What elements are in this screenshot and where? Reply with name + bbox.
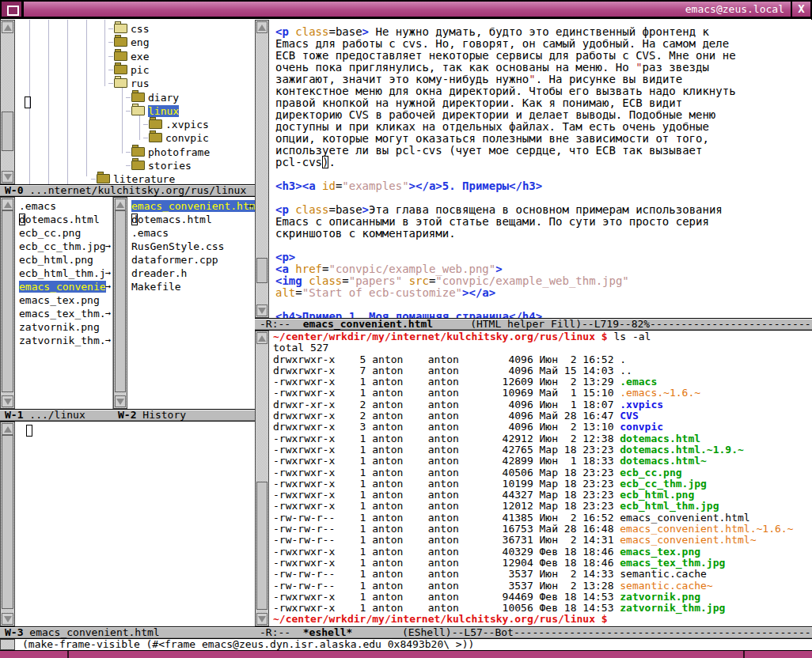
scrollbar-thumb[interactable] (2, 210, 13, 392)
scroll-up-icon[interactable] (2, 21, 13, 33)
sources-scrollbar[interactable] (0, 197, 15, 409)
folder-icon (131, 106, 145, 115)
w3-scrollbar[interactable] (0, 422, 15, 626)
code-line: скриншотов с комментариями. (275, 228, 736, 240)
scroll-up-icon[interactable] (256, 21, 268, 33)
truncation-arrow-icon: → (105, 281, 111, 293)
tree-item[interactable]: photoframe (126, 146, 210, 159)
eshell-line: drwxrwxr-x 3 anton anton 4096 Июн 2 13:1… (273, 422, 793, 433)
list-item[interactable]: ecb_html.png (19, 254, 112, 267)
scrollbar-thumb[interactable] (256, 482, 268, 610)
tree-item[interactable]: css (108, 23, 149, 36)
history-window[interactable]: emacs_convenient.htm→dotemacs.html.emacs… (127, 197, 255, 409)
tree-item[interactable]: exe (108, 51, 149, 63)
scroll-down-icon[interactable] (2, 171, 13, 183)
eshell-line: -rwxrwxr-x 1 anton anton 42912 Июн 2 12:… (273, 433, 793, 444)
list-item[interactable]: emacs_tex_thm.→ (19, 308, 112, 320)
folder-icon (114, 65, 127, 74)
list-item[interactable]: ecb_html_thm.j→ (19, 267, 112, 280)
eshell-scrollbar[interactable] (255, 331, 269, 626)
eshell-line: -rwxrwxr-x 1 anton anton 42899 Июн 1 18:… (273, 456, 793, 467)
tree-guide-line (122, 86, 123, 153)
tree-item-label: literature (113, 173, 175, 184)
list-item[interactable]: emacs_tex.png (19, 294, 112, 307)
folder-icon (131, 161, 145, 170)
list-item[interactable]: RusGenStyle.css (131, 240, 255, 253)
file-name: ecb_cc.png (620, 467, 681, 478)
minibuffer[interactable]: (make-frame-visible (#<frame emacs@zeus.… (0, 639, 812, 650)
scrollbar-thumb[interactable] (256, 258, 268, 283)
scroll-down-icon[interactable] (256, 613, 268, 625)
emacs-frame: emacs@zeus.local X cssengexepicrusdiaryl… (0, 0, 812, 658)
directories-scrollbar[interactable] (0, 20, 15, 184)
list-item[interactable]: zatvornik_thm.→ (19, 335, 112, 347)
truncation-arrow-icon: → (105, 308, 111, 320)
scrollbar-thumb[interactable] (2, 435, 13, 609)
file-name: CVS (620, 410, 638, 422)
list-item-label: ecb_html.png (19, 254, 93, 266)
scroll-up-icon[interactable] (256, 332, 268, 344)
list-item[interactable]: .emacs (19, 200, 112, 213)
minibuffer-scrollbar-stub (0, 639, 15, 650)
code-line: директорию CVS в рабочей директории и де… (275, 109, 736, 121)
tree-item[interactable]: pic (108, 64, 149, 77)
file-name: emacs_tex.png (620, 546, 700, 558)
tree-item-label: css (131, 23, 149, 35)
tree-guide-line (48, 20, 49, 184)
frame-resize-notch (743, 651, 745, 658)
file-name: dotemacs.html~ (620, 455, 707, 467)
tree-item[interactable]: rus (108, 78, 149, 90)
code-line: ECB тоже предоставляет некоторые сервисы… (275, 50, 736, 62)
scroll-up-icon[interactable] (2, 199, 13, 210)
modeline-w3: W-3 emacs_convenient.html (0, 626, 255, 639)
tree-item[interactable]: convpic (143, 132, 209, 145)
tree-item-label: stories (148, 160, 192, 172)
eshell-line: drwxr-xr-x 2 anton anton 4096 Июн 1 18:0… (273, 399, 793, 410)
list-item[interactable]: emacs_convenie→ (19, 281, 112, 293)
code-line: используете ли вы pcl-cvs (чует мое серд… (275, 145, 736, 157)
scrollbar-thumb[interactable] (115, 210, 126, 392)
modeline-eshell: -R:-- *eshell* (EShell)--L57--Bot-------… (255, 626, 812, 639)
folder-icon (114, 78, 127, 88)
file-name: emacs_convenient.html.~1.6.~ (620, 523, 793, 535)
directories-window[interactable]: cssengexepicrusdiarylinux.xvpicsconvpicp… (15, 20, 255, 184)
file-name: .. (620, 365, 632, 376)
tree-item[interactable]: diary (126, 92, 179, 104)
w3-window[interactable] (15, 422, 255, 626)
tree-connector (143, 124, 148, 125)
list-item[interactable]: ecb_cc_thm.jpg→ (19, 240, 112, 253)
list-item[interactable]: emacs_convenient.htm→ (131, 200, 255, 213)
tree-item[interactable]: linux (126, 105, 179, 118)
sources-window[interactable]: .emacsdotemacs.htmlecb_cc.pngecb_cc_thm.… (15, 197, 113, 409)
tree-item[interactable]: literature (91, 173, 175, 184)
scroll-up-icon[interactable] (115, 199, 126, 210)
editor-scrollbar[interactable] (255, 20, 269, 318)
tree-item[interactable]: eng (108, 36, 149, 49)
scroll-down-icon[interactable] (2, 395, 13, 407)
scroll-down-icon[interactable] (115, 395, 126, 407)
file-name: .xvpics (620, 399, 663, 410)
tree-guide-line (67, 20, 68, 184)
tree-item[interactable]: .xvpics (143, 119, 209, 131)
scroll-down-icon[interactable] (2, 613, 13, 625)
close-button[interactable]: X (791, 1, 811, 17)
list-item[interactable]: dotemacs.html (131, 214, 255, 226)
list-item[interactable]: Makefile (131, 281, 255, 293)
list-item[interactable]: dotemacs.html (19, 214, 112, 226)
folder-icon (114, 24, 127, 33)
list-item[interactable]: ecb_cc.png (19, 227, 112, 240)
list-item[interactable]: dataformer.cpp (131, 254, 255, 267)
window-menu-button[interactable] (1, 1, 22, 17)
list-item[interactable]: zatvornik.png (19, 321, 112, 334)
scroll-down-icon[interactable] (256, 304, 268, 316)
modeline-text: .../linux (23, 409, 85, 421)
tree-item[interactable]: stories (126, 160, 192, 172)
list-item[interactable]: dreader.h (131, 267, 255, 280)
tree-connector (108, 42, 113, 43)
history-scrollbar[interactable] (113, 197, 127, 409)
scroll-up-icon[interactable] (2, 423, 13, 435)
truncation-arrow-icon: → (105, 267, 111, 279)
tree-connector (126, 165, 131, 166)
list-item[interactable]: .emacs (131, 227, 255, 240)
scrollbar-thumb[interactable] (2, 112, 13, 151)
